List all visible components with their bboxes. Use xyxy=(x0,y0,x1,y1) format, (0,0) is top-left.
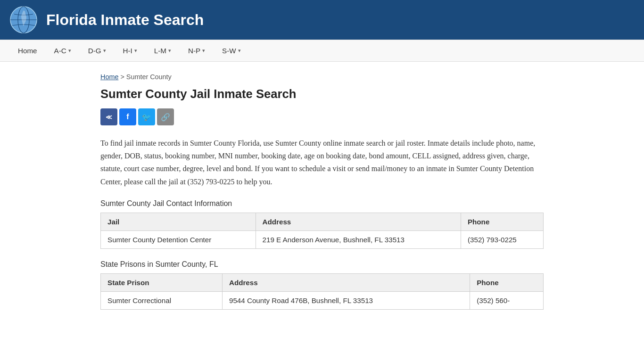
breadcrumb-home-link[interactable]: Home xyxy=(100,73,118,81)
chevron-down-icon: ▾ xyxy=(103,48,106,54)
chevron-down-icon: ▾ xyxy=(168,48,171,54)
table-col-header: Jail xyxy=(101,213,256,230)
table-row: Sumter Correctional9544 County Road 476B… xyxy=(101,291,544,309)
main-nav: HomeA-C▾D-G▾H-I▾L-M▾N-P▾S-W▾ xyxy=(0,40,644,62)
jail-section-heading: Sumter County Jail Contact Information xyxy=(100,199,544,208)
breadcrumb: Home > Sumter County xyxy=(100,73,544,81)
jail-table-body: Sumter County Detention Center219 E Ande… xyxy=(101,230,544,248)
jail-table-header: JailAddressPhone xyxy=(101,213,544,230)
prison-contact-table: State PrisonAddressPhone Sumter Correcti… xyxy=(100,273,544,310)
chevron-down-icon: ▾ xyxy=(68,48,71,54)
copy-link-button[interactable]: 🔗 xyxy=(157,108,174,125)
table-cell: (352) 560- xyxy=(470,291,544,309)
table-col-header: Address xyxy=(256,213,461,230)
table-col-header: Phone xyxy=(470,273,544,291)
table-col-header: State Prison xyxy=(101,273,223,291)
facebook-share-button[interactable]: f xyxy=(119,108,136,125)
main-content: Home > Sumter County Sumter County Jail … xyxy=(91,62,553,332)
nav-item-np[interactable]: N-P▾ xyxy=(180,40,214,61)
table-cell: 9544 County Road 476B, Bushnell, FL 3351… xyxy=(222,291,470,309)
jail-contact-table: JailAddressPhone Sumter County Detention… xyxy=(100,213,544,249)
table-cell: (352) 793-0225 xyxy=(461,230,543,248)
table-col-header: Address xyxy=(222,273,470,291)
copy-link-icon: 🔗 xyxy=(161,113,170,122)
site-title: Florida Inmate Search xyxy=(46,11,204,29)
table-col-header: Phone xyxy=(461,213,543,230)
breadcrumb-separator: > xyxy=(120,73,126,81)
nav-item-sw[interactable]: S-W▾ xyxy=(214,40,249,61)
share-buttons: ≪ f 🐦 🔗 xyxy=(100,108,544,125)
chevron-down-icon: ▾ xyxy=(134,48,137,54)
prison-table-header: State PrisonAddressPhone xyxy=(101,273,544,291)
table-cell: Sumter County Detention Center xyxy=(101,230,256,248)
nav-item-hi[interactable]: H-I▾ xyxy=(115,40,146,61)
breadcrumb-current: Sumter County xyxy=(126,73,172,81)
page-title: Sumter County Jail Inmate Search xyxy=(100,87,544,101)
prison-table-body: Sumter Correctional9544 County Road 476B… xyxy=(101,291,544,309)
share-icon: ≪ xyxy=(106,114,112,121)
nav-item-home[interactable]: Home xyxy=(9,40,46,61)
nav-item-dg[interactable]: D-G▾ xyxy=(80,40,115,61)
nav-item-ac[interactable]: A-C▾ xyxy=(46,40,80,61)
table-row: Sumter County Detention Center219 E Ande… xyxy=(101,230,544,248)
table-cell: 219 E Anderson Avenue, Bushnell, FL 3351… xyxy=(256,230,461,248)
chevron-down-icon: ▾ xyxy=(238,48,241,54)
share-button[interactable]: ≪ xyxy=(100,108,117,125)
nav-item-lm[interactable]: L-M▾ xyxy=(146,40,180,61)
table-cell: Sumter Correctional xyxy=(101,291,223,309)
site-header: Florida Inmate Search xyxy=(0,0,644,40)
facebook-icon: f xyxy=(126,113,129,121)
description-text: To find jail inmate records in Sumter Co… xyxy=(100,137,544,188)
twitter-share-button[interactable]: 🐦 xyxy=(138,108,155,125)
twitter-icon: 🐦 xyxy=(142,113,151,122)
prison-section-heading: State Prisons in Sumter County, FL xyxy=(100,260,544,269)
chevron-down-icon: ▾ xyxy=(202,48,205,54)
site-logo-icon xyxy=(9,6,38,34)
